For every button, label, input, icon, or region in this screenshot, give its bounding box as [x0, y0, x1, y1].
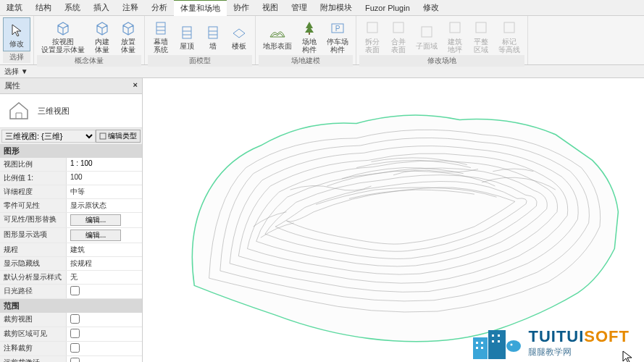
- prop-value[interactable]: [67, 342, 142, 355]
- prop-input[interactable]: [70, 159, 138, 167]
- ribbon-修改[interactable]: 修改: [3, 17, 30, 51]
- watermark: TUITUISOFT 腿腿教学网: [472, 324, 630, 361]
- svg-rect-16: [476, 22, 486, 33]
- ribbon-墙[interactable]: 墙: [200, 17, 226, 55]
- prop-section-范围[interactable]: 范围: [0, 299, 142, 313]
- svg-rect-17: [504, 22, 514, 33]
- edit-type-button[interactable]: 编辑类型: [96, 130, 141, 143]
- dim-icon: [472, 19, 490, 36]
- ribbon-幕墙系统[interactable]: 幕墙系统: [148, 17, 174, 55]
- prop-checkbox[interactable]: [70, 329, 80, 338]
- prop-value[interactable]: 无: [67, 271, 142, 284]
- menu-建筑[interactable]: 建筑: [0, 0, 29, 15]
- prop-value[interactable]: 中等: [67, 185, 142, 198]
- prop-value[interactable]: [67, 158, 142, 171]
- prop-label: 裁剪区域可见: [0, 327, 67, 341]
- arrow-icon: [8, 21, 25, 38]
- menu-结构[interactable]: 结构: [29, 0, 58, 15]
- terrain-icon: [269, 23, 286, 41]
- type-name: 三维视图: [38, 106, 70, 117]
- svg-rect-27: [492, 334, 494, 337]
- svg-rect-13: [393, 22, 403, 33]
- ribbon-平整区域: 平整区域: [468, 17, 494, 55]
- prop-label: 显示隐藏线: [0, 257, 67, 270]
- prop-row-日光路径: 日光路径: [0, 285, 142, 299]
- prop-checkbox[interactable]: [70, 286, 80, 295]
- terrain-surface: [143, 78, 644, 362]
- ribbon-停车场构件[interactable]: P停车场构件: [322, 17, 353, 55]
- svg-rect-20: [488, 330, 506, 359]
- floor-icon: [230, 23, 248, 41]
- prop-row-视图比例: 视图比例: [0, 158, 142, 172]
- type-selector[interactable]: 三维视图: [0, 94, 142, 128]
- prop-value[interactable]: [67, 327, 142, 341]
- menu-视图[interactable]: 视图: [256, 0, 285, 15]
- prop-value[interactable]: [67, 285, 142, 298]
- svg-point-22: [511, 344, 513, 346]
- prop-row-规程: 规程建筑: [0, 243, 142, 257]
- svg-rect-26: [481, 347, 483, 349]
- prop-value[interactable]: 建筑: [67, 243, 142, 256]
- prop-edit-button[interactable]: 编辑...: [70, 214, 121, 226]
- dim-icon: [418, 23, 435, 41]
- menu-分析[interactable]: 分析: [145, 0, 174, 15]
- menu-注释[interactable]: 注释: [116, 0, 145, 15]
- prop-value[interactable]: 按规程: [67, 257, 142, 270]
- prop-label: 裁剪视图: [0, 313, 67, 327]
- ribbon-地形表面[interactable]: 地形表面: [259, 17, 296, 55]
- svg-rect-3: [183, 27, 191, 38]
- ribbon-group-label: 面模型: [148, 55, 252, 67]
- ribbon-group-label: 选择: [3, 51, 30, 63]
- prop-row-比例值 1:: 比例值 1:100: [0, 172, 142, 185]
- menu-协作[interactable]: 协作: [227, 0, 256, 15]
- viewport-3d[interactable]: TUITUISOFT 腿腿教学网: [143, 78, 644, 362]
- svg-rect-19: [473, 337, 488, 359]
- ribbon-内建体量[interactable]: 内建体量: [89, 17, 115, 55]
- svg-rect-29: [492, 340, 494, 342]
- svg-rect-0: [156, 22, 165, 34]
- dim-icon: [446, 19, 464, 36]
- menu-体量和场地[interactable]: 体量和场地: [174, 0, 227, 16]
- svg-point-21: [506, 340, 521, 352]
- prop-edit-button[interactable]: 编辑...: [70, 230, 121, 241]
- svg-text:P: P: [335, 25, 340, 33]
- view-selector[interactable]: 三维视图: {三维}: [1, 130, 96, 143]
- prop-row-注释裁剪: 注释裁剪: [0, 342, 142, 356]
- svg-rect-12: [367, 22, 377, 33]
- ribbon-合并表面: 合并表面: [385, 17, 411, 55]
- menu-修改[interactable]: 修改: [417, 0, 446, 15]
- ribbon-拆分表面: 拆分表面: [359, 17, 385, 55]
- prop-checkbox[interactable]: [70, 358, 80, 362]
- prop-checkbox[interactable]: [70, 314, 80, 324]
- prop-section-图形[interactable]: 图形: [0, 144, 142, 158]
- ribbon-楼板[interactable]: 楼板: [226, 17, 252, 55]
- prop-row-图形显示选项: 图形显示选项编辑...: [0, 228, 142, 243]
- prop-value[interactable]: [67, 313, 142, 327]
- ribbon-放置体量[interactable]: 放置体量: [115, 17, 141, 55]
- close-icon[interactable]: ×: [133, 80, 138, 91]
- menu-附加模块[interactable]: 附加模块: [314, 0, 359, 15]
- prop-value[interactable]: 显示原状态: [67, 199, 142, 212]
- svg-rect-15: [450, 22, 460, 33]
- select-label: 选择 ▼: [4, 67, 28, 77]
- menu-Fuzor Plugin[interactable]: Fuzor Plugin: [359, 1, 417, 14]
- prop-value[interactable]: 100: [67, 172, 142, 185]
- ribbon-按视图设置显示体量[interactable]: 按视图设置显示体量: [37, 17, 89, 55]
- prop-value[interactable]: [67, 356, 142, 362]
- menu-系统[interactable]: 系统: [58, 0, 87, 15]
- svg-rect-14: [422, 27, 432, 37]
- prop-row-显示隐藏线: 显示隐藏线按规程: [0, 257, 142, 271]
- prop-row-裁剪区域可见: 裁剪区域可见: [0, 327, 142, 342]
- prop-checkbox[interactable]: [70, 343, 80, 353]
- ribbon-屋顶[interactable]: 屋顶: [174, 17, 200, 55]
- select-bar[interactable]: 选择 ▼: [0, 65, 644, 78]
- prop-value[interactable]: 编辑...: [67, 213, 142, 227]
- prop-value[interactable]: 编辑...: [67, 228, 142, 243]
- edit-type-row: 三维视图: {三维} 编辑类型: [0, 128, 142, 144]
- ribbon-场地构件[interactable]: 场地构件: [296, 17, 322, 55]
- menu-插入[interactable]: 插入: [87, 0, 116, 15]
- watermark-sub: 腿腿教学网: [528, 346, 630, 358]
- menu-管理[interactable]: 管理: [285, 0, 314, 15]
- prop-label: 可见性/图形替换: [0, 213, 67, 227]
- ribbon-group-label: 概念体量: [37, 55, 141, 67]
